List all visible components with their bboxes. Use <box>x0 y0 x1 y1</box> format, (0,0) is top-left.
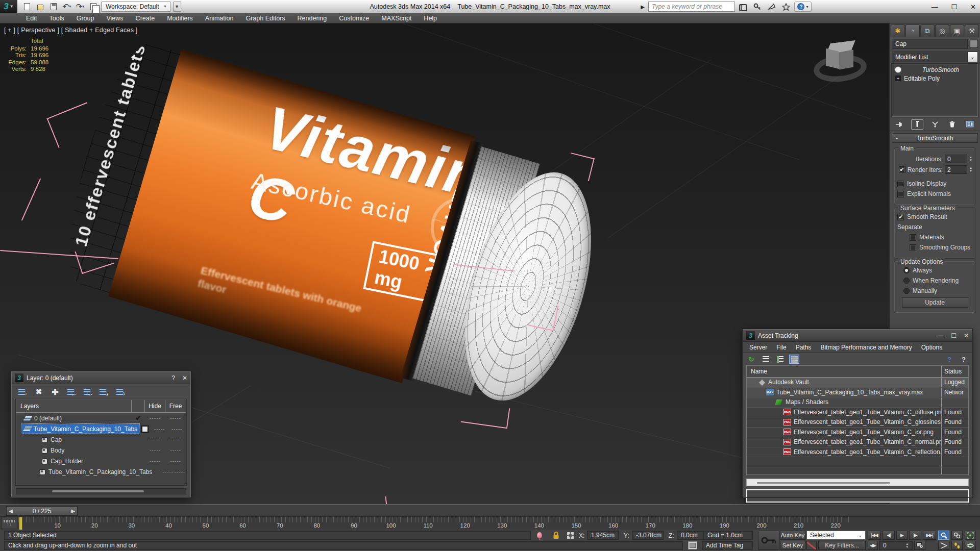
open-file-button[interactable] <box>35 2 46 12</box>
tab-motion[interactable]: ◎ <box>935 24 949 37</box>
layer-row[interactable]: Cap ----- ----- <box>16 434 186 445</box>
previous-frame-button[interactable]: ◀| <box>883 531 895 540</box>
render-iters-spinner[interactable]: ▲▼ <box>969 167 972 172</box>
hide-toggle[interactable]: ----- <box>145 447 165 453</box>
menu-item[interactable]: Help <box>418 14 443 23</box>
go-to-end-button[interactable]: ▶▶| <box>923 531 936 540</box>
stack-item-turbosmooth[interactable]: TurboSmooth <box>892 65 977 74</box>
freeze-toggle[interactable]: ----- <box>165 437 186 442</box>
asset-row[interactable] <box>747 467 968 475</box>
iterations-field[interactable]: 0 <box>945 155 967 163</box>
transform-type-in-toggle[interactable] <box>565 531 576 540</box>
field-of-view-button[interactable] <box>938 541 949 550</box>
asset-menu-item[interactable]: Options <box>917 343 946 352</box>
asset-row[interactable]: Effervescent_tablet_geo1_Tube_Vitamin_C_… <box>747 417 968 428</box>
table-view-button[interactable] <box>789 355 799 364</box>
close-button[interactable]: ✕ <box>964 332 969 339</box>
list-view-button[interactable] <box>761 355 771 364</box>
explicit-normals-checkbox[interactable] <box>897 191 904 197</box>
maximize-button[interactable]: ☐ <box>951 332 957 339</box>
details-view-button[interactable] <box>775 355 785 364</box>
current-layer-mark[interactable] <box>132 414 145 422</box>
hide-toggle[interactable]: ----- <box>145 437 165 442</box>
menu-item[interactable]: Edit <box>20 14 43 23</box>
undo-button[interactable]: ↶▾ <box>61 2 72 12</box>
go-to-start-button[interactable]: |◀◀ <box>868 531 881 540</box>
when-rendering-radio[interactable] <box>903 278 910 284</box>
tab-modify[interactable]: ◔ <box>905 24 920 37</box>
menu-item[interactable]: MAXScript <box>376 14 417 23</box>
key-filters-button[interactable]: Key Filters... <box>818 541 866 550</box>
asset-row[interactable]: Effervescent_tablet_geo1_Tube_Vitamin_C_… <box>747 437 968 447</box>
minimize-button[interactable]: — <box>938 332 944 339</box>
menu-item[interactable]: Views <box>101 14 129 23</box>
hide-toggle[interactable]: ----- <box>151 426 168 432</box>
asset-dialog-titlebar[interactable]: 3 Asset Tracking — ☐ ✕ <box>743 330 972 342</box>
render-iters-checkbox[interactable]: ✔ <box>899 166 905 173</box>
asset-menu-item[interactable]: File <box>772 343 790 352</box>
update-button[interactable]: Update <box>902 297 968 308</box>
asset-row[interactable] <box>747 457 968 467</box>
lightbulb-icon[interactable] <box>895 67 901 72</box>
close-button[interactable]: ✕ <box>970 3 976 11</box>
asset-row[interactable]: Tube_Vitamin_C_Packaging_10_Tabs_max_vra… <box>747 388 968 398</box>
frame-spinner[interactable]: ▲▼ <box>906 543 909 548</box>
search-input[interactable]: Type a keyword or phrase <box>648 2 735 12</box>
redo-button[interactable]: ↷▾ <box>75 2 86 12</box>
new-scene-button[interactable] <box>21 2 33 12</box>
modifier-list-dropdown[interactable]: Modifier List ⌄ <box>892 52 978 62</box>
y-coordinate-field[interactable]: -3.078cm <box>632 531 664 540</box>
smooth-result-checkbox[interactable]: ✔ <box>897 214 904 220</box>
help-button[interactable]: ? <box>172 374 175 382</box>
set-key-button[interactable]: Set Key <box>780 541 805 550</box>
pick-layer-button[interactable]: ▲ <box>99 387 110 397</box>
configure-modifier-sets-button[interactable] <box>964 119 976 130</box>
search-arrow-icon[interactable]: ▶ <box>639 2 646 12</box>
freeze-toggle[interactable]: ----- <box>168 426 186 432</box>
layer-row[interactable]: 0 (default) ----- ----- <box>16 413 186 423</box>
object-color-swatch[interactable] <box>970 40 978 48</box>
asset-row[interactable]: Effervescent_tablet_geo1_Tube_Vitamin_C_… <box>747 428 968 438</box>
smoothing-groups-checkbox[interactable] <box>910 244 916 251</box>
menu-item[interactable]: Group <box>71 14 100 23</box>
layer-dialog[interactable]: 3 Layer: 0 (default) ? ✕ ● ✖ ✚ ➤ ➤ ▲ ✱ L… <box>11 371 191 497</box>
workspace-flyout-button[interactable]: ▼ <box>173 2 181 12</box>
communication-center-button[interactable] <box>766 2 778 12</box>
set-current-layer-button[interactable]: ➤ <box>82 387 93 397</box>
open-mini-curve-editor-button[interactable]: ↑ ↓ <box>1 517 17 529</box>
selection-lock-toggle[interactable] <box>550 531 561 540</box>
pin-stack-button[interactable] <box>894 119 906 130</box>
refresh-button[interactable]: ↻ <box>746 355 756 364</box>
layer-row[interactable]: Cap_Holder ----- ----- <box>16 456 186 466</box>
object-name-field[interactable]: Cap <box>892 39 968 49</box>
subscription-button[interactable] <box>751 2 764 12</box>
auto-key-button[interactable]: Auto Key <box>780 531 805 540</box>
next-frame-button[interactable]: |▶ <box>909 531 921 540</box>
menu-item[interactable]: Animation <box>200 14 239 23</box>
collapse-icon[interactable]: - <box>892 135 901 142</box>
freeze-toggle[interactable]: ----- <box>165 447 186 453</box>
remove-modifier-button[interactable] <box>946 119 959 130</box>
current-layer-mark[interactable] <box>139 425 151 433</box>
selection-set-dropdown[interactable]: Selected ⌄ <box>806 531 866 540</box>
stack-item-editable-poly[interactable]: + Editable Poly <box>892 74 977 83</box>
hide-toggle[interactable]: ----- <box>145 415 165 421</box>
play-button[interactable]: ▶ <box>896 531 908 540</box>
viewport-label[interactable]: [ + ] [ Perspective ] [ Shaded + Edged F… <box>4 27 137 34</box>
track-bar[interactable]: 0102030405060708090100110120130140150160… <box>0 516 980 530</box>
x-coordinate-field[interactable]: 1.945cm <box>587 531 619 540</box>
manually-radio[interactable] <box>903 288 910 294</box>
help-pointer-button[interactable]: ? <box>944 355 954 364</box>
zoom-button[interactable] <box>938 531 949 540</box>
freeze-toggle[interactable]: ----- <box>174 469 186 474</box>
search-button[interactable] <box>737 2 749 12</box>
menu-item[interactable]: Graph Editors <box>240 14 290 23</box>
layer-properties-button[interactable]: ✱ <box>115 387 126 397</box>
asset-row[interactable]: Maps / Shaders <box>747 397 968 408</box>
menu-item[interactable]: Modifiers <box>161 14 199 23</box>
asset-menu-item[interactable]: Bitmap Performance and Memory <box>816 343 916 352</box>
maximize-button[interactable]: ☐ <box>951 3 957 11</box>
orbit-button[interactable] <box>965 541 976 550</box>
next-frame-arrow[interactable]: ▶ <box>69 508 77 514</box>
add-time-tag[interactable]: Add Time Tag <box>702 541 753 550</box>
